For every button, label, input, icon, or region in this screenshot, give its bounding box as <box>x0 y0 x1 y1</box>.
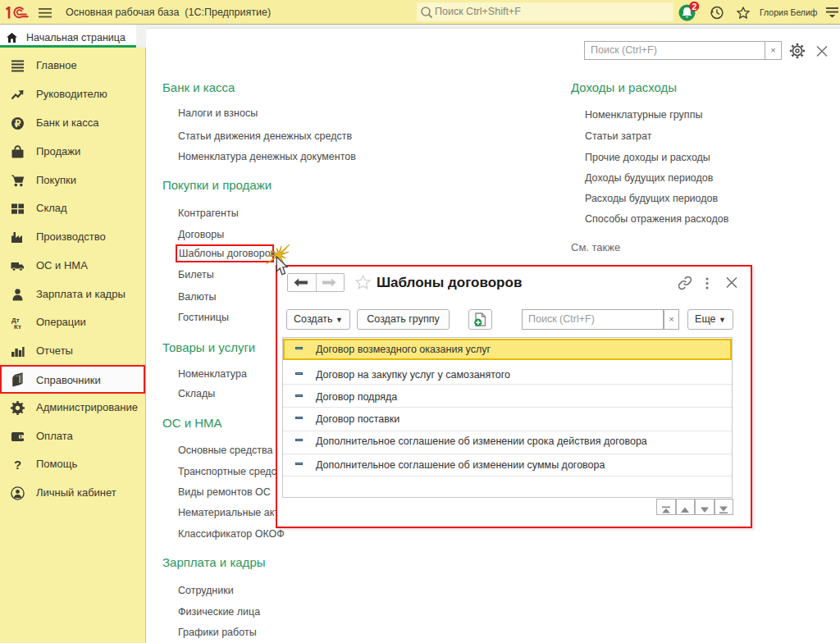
svg-text:?: ? <box>14 458 21 472</box>
svg-text:Кт: Кт <box>14 323 21 330</box>
svg-text:2: 2 <box>692 2 696 11</box>
svg-text:₽: ₽ <box>15 118 21 130</box>
